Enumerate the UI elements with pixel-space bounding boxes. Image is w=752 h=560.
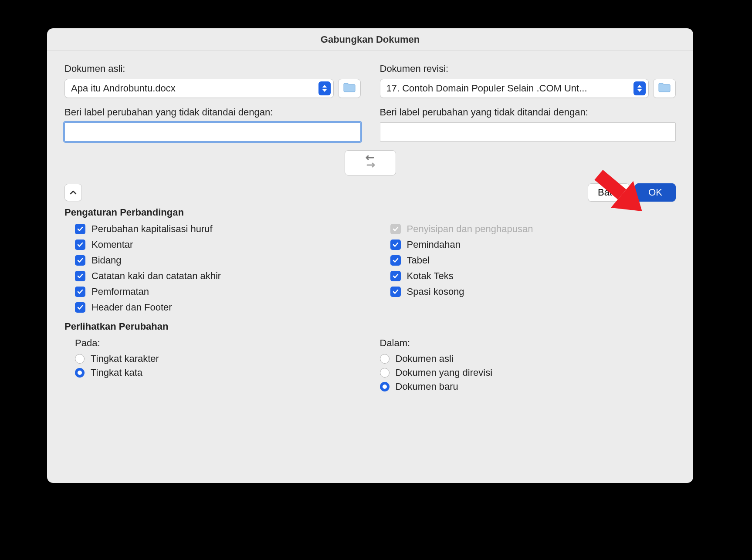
- check-label: Pemindahan: [407, 239, 461, 250]
- cancel-button[interactable]: Batal: [588, 183, 630, 202]
- check-label: Komentar: [91, 239, 133, 250]
- radio-icon: [380, 382, 390, 391]
- radio-label: Tingkat kata: [91, 367, 142, 378]
- check-textboxes[interactable]: Kotak Teks: [390, 270, 676, 282]
- folder-icon: [343, 82, 356, 94]
- revised-label: Dokumen revisi:: [380, 63, 676, 74]
- radio-label: Dokumen yang direvisi: [396, 367, 493, 378]
- swap-arrows-icon: [363, 155, 378, 170]
- radio-label: Dokumen asli: [396, 353, 454, 364]
- chevron-up-icon: [70, 189, 77, 196]
- check-label: Tabel: [407, 255, 430, 266]
- checkbox-icon: [390, 255, 401, 266]
- comparison-left-column: Perubahan kapitalisasi huruf Komentar Bi…: [64, 223, 361, 317]
- combine-documents-dialog: Gabungkan Dokumen Dokumen asli: Apa itu …: [47, 28, 693, 483]
- check-capitalization[interactable]: Perubahan kapitalisasi huruf: [75, 223, 361, 235]
- check-header-footer[interactable]: Header dan Footer: [75, 302, 361, 313]
- comparison-right-column: Penyisipan dan penghapusan Pemindahan Ta…: [380, 223, 676, 317]
- check-insertions-deletions: Penyisipan dan penghapusan: [390, 223, 676, 235]
- svg-marker-0: [322, 85, 327, 88]
- check-whitespace[interactable]: Spasi kosong: [390, 286, 676, 297]
- radio-word-level[interactable]: Tingkat kata: [64, 367, 361, 378]
- dialog-content: Dokumen asli: Apa itu Androbuntu.docx: [47, 51, 693, 408]
- updown-icon: [633, 81, 646, 95]
- check-tables[interactable]: Tabel: [390, 255, 676, 266]
- dialog-title: Gabungkan Dokumen: [47, 28, 693, 51]
- updown-icon: [318, 81, 331, 95]
- original-file-name: Apa itu Androbuntu.docx: [71, 83, 318, 94]
- comparison-settings-title: Pengaturan Perbandingan: [64, 207, 676, 218]
- svg-marker-2: [637, 85, 642, 88]
- check-label: Spasi kosong: [407, 286, 464, 297]
- folder-icon: [658, 82, 671, 94]
- check-label: Bidang: [91, 255, 122, 266]
- check-moves[interactable]: Pemindahan: [390, 239, 676, 250]
- check-label: Perubahan kapitalisasi huruf: [91, 223, 213, 235]
- original-mark-input[interactable]: [64, 122, 361, 142]
- radio-label: Tingkat karakter: [91, 353, 159, 364]
- checkbox-icon: [75, 224, 85, 234]
- radio-icon: [380, 354, 390, 364]
- check-footnotes[interactable]: Catatan kaki dan catatan akhir: [75, 270, 361, 282]
- checkbox-icon: [75, 255, 85, 266]
- show-changes-title: Perlihatkan Perubahan: [64, 321, 676, 332]
- radio-icon: [75, 368, 85, 378]
- check-label: Pemformatan: [91, 286, 149, 297]
- revised-file-select[interactable]: 17. Contoh Domain Populer Selain .COM Un…: [380, 79, 649, 98]
- radio-label: Dokumen baru: [396, 381, 458, 392]
- revised-document-section: Dokumen revisi: 17. Contoh Domain Popule…: [380, 63, 676, 142]
- check-label: Catatan kaki dan catatan akhir: [91, 270, 221, 282]
- show-changes-in-section: Dalam: Dokumen asli Dokumen yang direvis…: [380, 337, 676, 395]
- original-label: Dokumen asli:: [64, 63, 361, 74]
- check-fields[interactable]: Bidang: [75, 255, 361, 266]
- checkbox-icon: [390, 224, 401, 234]
- checkbox-icon: [75, 240, 85, 250]
- radio-original-doc[interactable]: Dokumen asli: [380, 353, 676, 364]
- radio-icon: [75, 354, 85, 364]
- checkbox-icon: [75, 302, 85, 313]
- checkbox-icon: [390, 271, 401, 281]
- check-formatting[interactable]: Pemformatan: [75, 286, 361, 297]
- radio-new-doc[interactable]: Dokumen baru: [380, 381, 676, 392]
- revised-mark-label: Beri label perubahan yang tidak ditandai…: [380, 107, 676, 118]
- revised-mark-input[interactable]: [380, 122, 676, 142]
- check-comments[interactable]: Komentar: [75, 239, 361, 250]
- revised-browse-button[interactable]: [653, 79, 676, 98]
- checkbox-icon: [75, 271, 85, 281]
- original-mark-label: Beri label perubahan yang tidak ditandai…: [64, 107, 361, 118]
- in-label: Dalam:: [380, 337, 676, 349]
- at-label: Pada:: [75, 337, 361, 349]
- radio-revised-doc[interactable]: Dokumen yang direvisi: [380, 367, 676, 378]
- show-changes-at-section: Pada: Tingkat karakter Tingkat kata: [64, 337, 361, 395]
- original-document-section: Dokumen asli: Apa itu Androbuntu.docx: [64, 63, 361, 142]
- check-label: Header dan Footer: [91, 302, 172, 313]
- ok-button[interactable]: OK: [635, 183, 676, 202]
- check-label: Kotak Teks: [407, 270, 454, 282]
- check-label: Penyisipan dan penghapusan: [407, 223, 533, 235]
- svg-marker-3: [637, 89, 642, 92]
- svg-marker-1: [322, 89, 327, 92]
- original-file-select[interactable]: Apa itu Androbuntu.docx: [64, 79, 334, 98]
- swap-documents-button[interactable]: [345, 150, 396, 175]
- radio-icon: [380, 368, 390, 378]
- checkbox-icon: [75, 287, 85, 297]
- checkbox-icon: [390, 240, 401, 250]
- checkbox-icon: [390, 287, 401, 297]
- collapse-button[interactable]: [64, 184, 82, 201]
- radio-character-level[interactable]: Tingkat karakter: [64, 353, 361, 364]
- revised-file-name: 17. Contoh Domain Populer Selain .COM Un…: [386, 83, 634, 94]
- original-browse-button[interactable]: [338, 79, 361, 98]
